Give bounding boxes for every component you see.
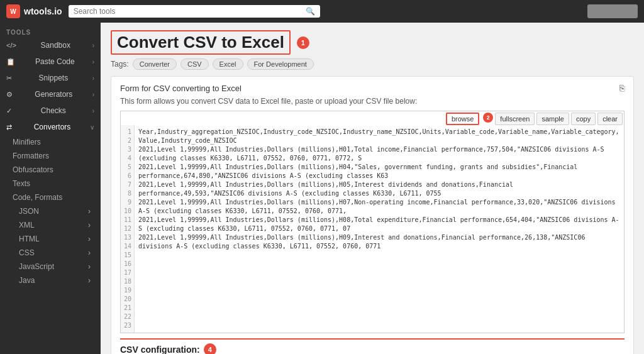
sidebar-item-sandbox[interactable]: </> Sandbox › [0, 37, 101, 53]
content-area: Convert CSV to Excel 1 Tags: Converter C… [101, 23, 644, 354]
browse-button[interactable]: browse [446, 113, 479, 125]
sidebar-item-obfuscators[interactable]: Obfuscators [0, 163, 101, 177]
sidebar-item-convertors[interactable]: ⇄ Convertors ∨ [0, 119, 101, 135]
sidebar-item-generators[interactable]: ⚙ Generators › [0, 86, 101, 102]
sidebar-item-formatters[interactable]: Formatters [0, 149, 101, 163]
card-desc: This form allows you convert CSV data to… [120, 97, 625, 106]
config-badge: 4 [204, 343, 216, 354]
sidebar-item-checks[interactable]: ✓ Checks › [0, 102, 101, 119]
logo-icon: W [6, 4, 20, 18]
tag-excel[interactable]: Excel [213, 58, 243, 70]
tag-converter[interactable]: Converter [133, 58, 177, 70]
tag-for-development[interactable]: For Development [247, 58, 314, 70]
snippets-icon: ✂ [6, 74, 12, 82]
chevron-right-icon: › [92, 75, 94, 82]
sidebar-item-code-formats[interactable]: Code, Formats [0, 191, 101, 204]
sidebar-item-json[interactable]: JSON › [0, 204, 101, 218]
topbar-right-area [587, 4, 638, 18]
csv-input-wrapper: browse 2 fullscreen sample copy clear 12… [120, 111, 625, 333]
title-badge: 1 [297, 36, 309, 49]
card-title-text: Form for CSV converting to Excel [120, 84, 242, 93]
chevron-right-icon: › [92, 108, 94, 114]
chevron-right-icon: › [92, 91, 94, 98]
checks-icon: ✓ [6, 107, 12, 115]
copy-button[interactable]: copy [571, 113, 596, 125]
chevron-down-icon: ∨ [90, 124, 94, 131]
sandbox-icon: </> [6, 41, 16, 49]
sidebar-item-html[interactable]: HTML › [0, 232, 101, 246]
search-input[interactable] [74, 7, 302, 16]
sidebar-item-texts[interactable]: Texts [0, 177, 101, 191]
sidebar-item-label: Generators [35, 90, 72, 99]
sidebar-item-label: Sandbox [41, 41, 70, 50]
sidebar-section-tools: TOOLS [0, 25, 101, 37]
share-icon[interactable]: ⎘ [619, 83, 625, 93]
sidebar-item-label: Paste Code [35, 57, 75, 66]
sidebar-item-java[interactable]: Java › [0, 274, 101, 287]
logo-text: wtools.io [24, 6, 62, 16]
sidebar-item-label: Snippets [38, 74, 68, 82]
sidebar-item-minifiers[interactable]: Minifiers [0, 135, 101, 149]
search-icon: 🔍 [306, 7, 315, 16]
sidebar-item-css[interactable]: CSS › [0, 246, 101, 260]
main-card: Form for CSV converting to Excel ⎘ This … [111, 76, 634, 354]
sidebar-item-javascript[interactable]: JavaScript › [0, 260, 101, 274]
search-bar[interactable]: 🔍 [69, 5, 320, 18]
sidebar: TOOLS </> Sandbox › 📋 Paste Code › ✂ Sni… [0, 23, 101, 354]
line-numbers: 1234567891011121314151617181920212223 [121, 125, 135, 333]
clear-button[interactable]: clear [597, 113, 623, 125]
config-section-header: CSV configuration: 4 [120, 338, 625, 354]
textarea-actions: browse 2 fullscreen sample copy clear [446, 113, 623, 125]
chevron-right-icon: › [92, 58, 94, 65]
chevron-right-icon: › [92, 42, 94, 49]
logo: W wtools.io [6, 4, 62, 18]
csv-textarea[interactable] [135, 125, 624, 251]
sidebar-item-label: Convertors [34, 123, 71, 131]
browse-badge: 2 [483, 113, 493, 123]
convertors-icon: ⇄ [6, 123, 12, 131]
page-title: Convert CSV to Excel [111, 30, 291, 55]
card-title-row: Form for CSV converting to Excel ⎘ [120, 83, 625, 93]
config-section-label: CSV configuration: [120, 345, 200, 354]
sample-button[interactable]: sample [536, 113, 569, 125]
sidebar-item-label: Checks [41, 106, 66, 115]
tag-csv[interactable]: CSV [180, 58, 209, 70]
page-title-row: Convert CSV to Excel 1 [111, 30, 634, 55]
sidebar-item-xml[interactable]: XML › [0, 218, 101, 232]
fullscreen-button[interactable]: fullscreen [495, 113, 535, 125]
sidebar-item-paste-code[interactable]: 📋 Paste Code › [0, 53, 101, 70]
paste-icon: 📋 [6, 58, 15, 66]
generators-icon: ⚙ [6, 91, 13, 99]
tags-label: Tags: [111, 60, 129, 69]
tags-row: Tags: Converter CSV Excel For Developmen… [111, 58, 634, 70]
main-layout: TOOLS </> Sandbox › 📋 Paste Code › ✂ Sni… [0, 23, 644, 354]
topbar: W wtools.io 🔍 [0, 0, 644, 23]
sidebar-item-snippets[interactable]: ✂ Snippets › [0, 70, 101, 86]
